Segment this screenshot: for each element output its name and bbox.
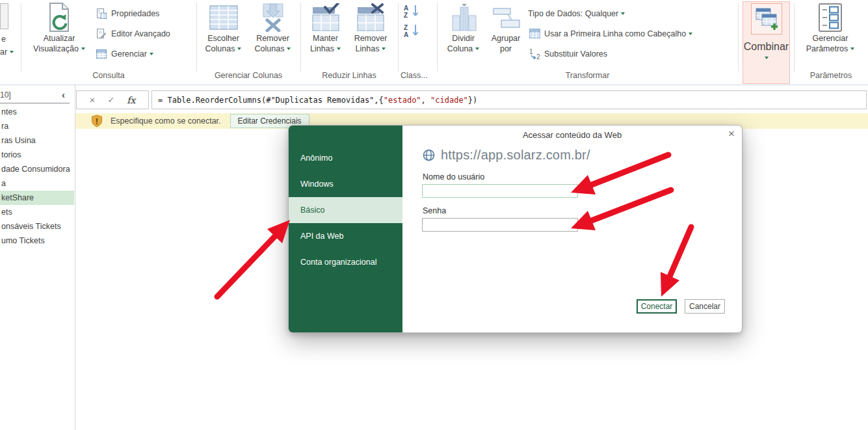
query-list-item[interactable]: ntes: [0, 105, 74, 119]
replace-num: 2: [536, 53, 540, 60]
query-list-item-selected[interactable]: ketShare: [0, 191, 74, 205]
keep-rows-button[interactable]: Manter Linhas: [304, 1, 347, 54]
group-by-icon: [491, 1, 521, 34]
remove-rows-line2: Linhas: [356, 44, 386, 55]
warning-exclamation: !: [96, 116, 98, 126]
group-label-transformar: Transformar: [437, 71, 738, 83]
formula-cancel-icon[interactable]: ×: [90, 94, 96, 105]
manage-parameters-text: Parâmetros: [806, 44, 848, 53]
use-first-row-as-headers-button[interactable]: Usar a Primeira Linha como Cabeçalho: [528, 23, 692, 44]
dropdown-caret-icon: [382, 47, 386, 50]
group-label-gerenciar-colunas: Gerenciar Colunas: [196, 71, 300, 83]
query-list-item[interactable]: torios: [0, 148, 74, 162]
choose-columns-button[interactable]: Escolher Colunas: [200, 1, 247, 54]
query-list-item[interactable]: dade Consumidora: [0, 162, 74, 176]
connect-button[interactable]: Conectar: [637, 299, 677, 314]
close-and-load-icon[interactable]: [0, 3, 8, 29]
group-label-reduzir-linhas: Reduzir Linhas: [300, 71, 398, 83]
split-column-button[interactable]: Dividir Coluna: [443, 1, 484, 54]
query-list-item[interactable]: onsáveis Tickets: [0, 219, 74, 234]
keep-rows-line1: Manter: [313, 34, 338, 44]
remove-columns-line1: Remover: [256, 34, 289, 44]
remove-columns-icon: [259, 1, 287, 34]
dropdown-caret-icon: [765, 57, 769, 59]
advanced-editor-button[interactable]: Editor Avançado: [95, 23, 170, 44]
refresh-preview-button[interactable]: Atualizar Visualização: [26, 1, 92, 54]
close-and-load-text: ar: [0, 47, 7, 57]
arrow-to-basico-tab: [217, 220, 290, 297]
tab-windows[interactable]: Windows: [289, 171, 402, 197]
properties-label: Propriedades: [111, 9, 159, 18]
close-and-load-label-part[interactable]: ar: [0, 47, 14, 57]
dropdown-caret-icon: [237, 47, 241, 50]
use-first-row-label: Usar a Primeira Linha como Cabeçalho: [544, 29, 686, 38]
refresh-line2: Visualização: [33, 44, 85, 55]
fx-icon[interactable]: fx: [127, 95, 135, 105]
formula-segment: ,: [421, 96, 430, 105]
split-column-text: Coluna: [447, 44, 473, 53]
combine-icon-box: [751, 3, 782, 34]
sort-za-icon: Z A: [403, 23, 421, 39]
credential-type-nav: Anônimo Windows Básico API da Web Conta …: [289, 126, 402, 332]
manage-parameters-icon: [816, 1, 845, 34]
group-divider: [196, 3, 197, 72]
combine-label: Combinar: [744, 41, 789, 53]
tab-api-da-web[interactable]: API da Web: [289, 223, 402, 249]
target-url: https://app.solarz.com.br/: [441, 148, 590, 163]
dropdown-caret-icon: [621, 12, 625, 15]
password-field[interactable]: [422, 218, 578, 232]
queries-list: ntes ra ras Usina torios dade Consumidor…: [0, 105, 74, 248]
choose-columns-line2: Colunas: [205, 44, 242, 55]
transformar-small-buttons: Tipo de Dados: Qualquer Usar a Primeira …: [528, 3, 692, 64]
cancel-button[interactable]: Cancelar: [685, 299, 725, 314]
refresh-line2-text: Visualização: [33, 44, 79, 53]
query-list-item[interactable]: a: [0, 176, 74, 191]
properties-button[interactable]: Propriedades: [95, 3, 170, 23]
advanced-editor-icon: [95, 29, 108, 39]
sort-letter: Z: [404, 12, 408, 19]
formula-segment: }): [468, 96, 477, 105]
sort-descending-button[interactable]: Z A: [403, 23, 421, 42]
query-list-item[interactable]: umo Tickets: [0, 234, 74, 248]
close-icon[interactable]: ×: [728, 128, 735, 141]
sort-ascending-button[interactable]: A Z: [403, 4, 421, 22]
query-list-item[interactable]: ets: [0, 205, 74, 219]
dropdown-caret-icon: [850, 47, 854, 50]
advanced-editor-label: Editor Avançado: [111, 29, 170, 38]
split-column-line1: Dividir: [452, 34, 475, 44]
data-type-label: Tipo de Dados: Qualquer: [528, 9, 618, 18]
formula-input[interactable]: = Table.ReorderColumns(#"Duplicatas Remo…: [151, 90, 867, 109]
manage-table-icon: [95, 49, 108, 59]
tab-conta-organizacional[interactable]: Conta organizacional: [289, 249, 402, 275]
queries-pane: 10] ‹ ntes ra ras Usina torios dade Cons…: [0, 85, 75, 430]
dropdown-caret-icon: [287, 47, 291, 50]
manage-parameters-button[interactable]: Gerenciar Parâmetros: [800, 1, 860, 54]
dialog-title: Acessar conteúdo da Web: [402, 130, 742, 140]
collapse-pane-icon[interactable]: ‹: [62, 89, 65, 100]
remove-rows-button[interactable]: Remover Linhas: [349, 1, 393, 54]
group-divider: [738, 3, 739, 72]
data-type-button[interactable]: Tipo de Dados: Qualquer: [528, 3, 692, 23]
remove-columns-button[interactable]: Remover Colunas: [249, 1, 296, 54]
tab-anonimo[interactable]: Anônimo: [289, 145, 402, 171]
replace-values-label: Substituir Valores: [544, 49, 607, 59]
query-list-item[interactable]: ra: [0, 119, 74, 133]
group-by-button[interactable]: Agrupar por: [486, 1, 526, 54]
choose-columns-icon: [209, 1, 238, 34]
username-field[interactable]: [422, 184, 578, 198]
query-list-item[interactable]: ras Usina: [0, 133, 74, 148]
password-label: Senha: [423, 206, 446, 215]
group-divider: [437, 3, 438, 72]
close-and-load-label-part[interactable]: e: [1, 34, 6, 44]
properties-icon: [95, 8, 108, 19]
group-label-classificar: Class...: [401, 71, 436, 83]
manage-button[interactable]: Gerenciar: [95, 44, 170, 64]
keep-rows-icon: [311, 1, 340, 34]
replace-values-button[interactable]: 1 2 Substituir Valores: [528, 44, 692, 64]
combine-button[interactable]: Combinar: [743, 1, 790, 84]
choose-columns-line1: Escolher: [207, 34, 239, 44]
formula-commit-icon[interactable]: ✓: [107, 95, 114, 105]
dropdown-caret-icon: [81, 47, 85, 50]
warning-message: Especifique como se conectar.: [111, 116, 221, 126]
tab-basico-selected[interactable]: Básico: [289, 197, 402, 223]
